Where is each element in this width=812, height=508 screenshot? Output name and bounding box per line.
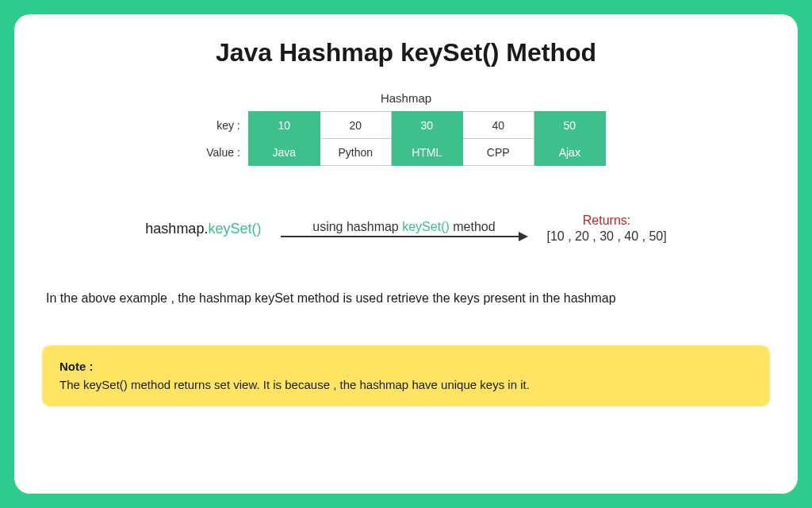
- key-cell: 50: [534, 112, 605, 139]
- returns-label: Returns:: [546, 214, 666, 228]
- value-cell: Python: [320, 139, 391, 166]
- content-card: Java Hashmap keySet() Method Hashmap key…: [14, 14, 798, 494]
- value-cell: Ajax: [534, 139, 605, 166]
- note-box: Note : The keySet() method returns set v…: [42, 345, 770, 406]
- value-row-label: Value :: [206, 139, 240, 166]
- arrow-prefix: using hashmap: [312, 220, 402, 233]
- returns-section: Returns: [10 , 20 , 30 , 40 , 50]: [546, 214, 666, 244]
- value-cell: Java: [248, 139, 320, 166]
- value-cell: HTML: [391, 139, 462, 166]
- note-title: Note :: [59, 360, 94, 373]
- key-row-label: key :: [206, 112, 240, 139]
- method-object: hashmap.: [145, 221, 208, 237]
- key-row: 1020304050: [248, 112, 605, 139]
- hashmap-table: 1020304050 JavaPythonHTMLCPPAjax: [248, 111, 606, 166]
- arrow-section: using hashmap keySet() method: [277, 220, 530, 237]
- row-labels: key : Value :: [206, 112, 240, 166]
- method-call-text: hashmap.keySet(): [145, 221, 261, 237]
- description-text: In the above example , the hashmap keySe…: [46, 291, 766, 306]
- hashmap-diagram: Hashmap key : Value : 1020304050 JavaPyt…: [42, 91, 770, 166]
- arrow-icon: [281, 236, 527, 237]
- arrow-label: using hashmap keySet() method: [312, 220, 495, 234]
- value-row: JavaPythonHTMLCPPAjax: [248, 139, 605, 166]
- hashmap-heading: Hashmap: [42, 91, 770, 105]
- note-body: The keySet() method returns set view. It…: [59, 378, 530, 391]
- key-cell: 20: [320, 112, 391, 139]
- value-cell: CPP: [462, 139, 534, 166]
- returns-value: [10 , 20 , 30 , 40 , 50]: [546, 229, 666, 244]
- method-flow: hashmap.keySet() using hashmap keySet() …: [74, 214, 738, 244]
- page-title: Java Hashmap keySet() Method: [42, 38, 770, 67]
- hashmap-table-wrapper: key : Value : 1020304050 JavaPythonHTMLC…: [206, 111, 606, 166]
- key-cell: 40: [462, 112, 534, 139]
- arrow-highlight: keySet(): [402, 220, 450, 233]
- key-cell: 30: [391, 112, 462, 139]
- method-name: keySet(): [208, 221, 261, 237]
- key-cell: 10: [248, 112, 320, 139]
- arrow-suffix: method: [450, 220, 496, 233]
